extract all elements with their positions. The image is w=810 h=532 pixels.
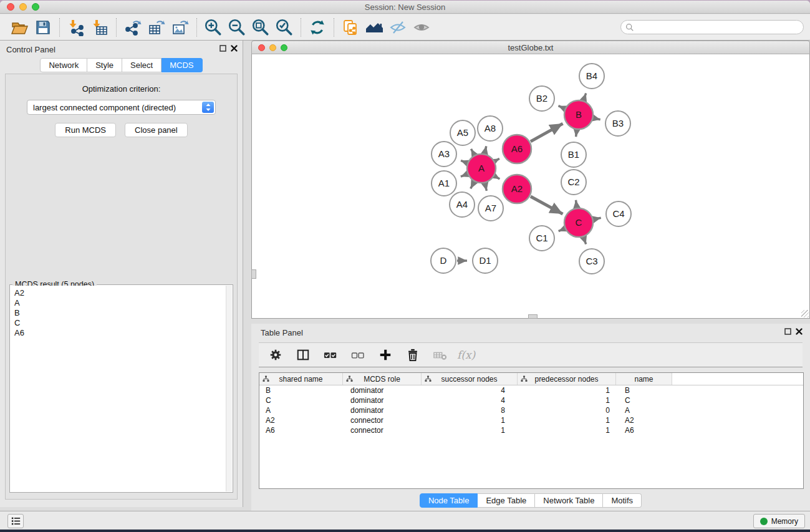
run-mcds-button[interactable]: Run MCDS <box>55 123 116 137</box>
columns-icon <box>296 348 310 362</box>
network-graph[interactable]: B4B2BB3A8A5A6A3B1AC2A1A2A4A7C4CC1C3DD1 <box>252 54 809 317</box>
tab-mcds[interactable]: MCDS <box>162 58 202 72</box>
refresh-button[interactable] <box>306 17 329 38</box>
graph-edge-C-C3[interactable] <box>584 238 586 244</box>
column-header[interactable]: MCDS role <box>343 373 422 385</box>
zoom-selected-icon <box>275 18 294 37</box>
close-window-button[interactable] <box>7 3 14 11</box>
tab-style[interactable]: Style <box>87 58 122 72</box>
mcds-result-item[interactable]: C <box>14 318 222 328</box>
network-window-titlebar[interactable]: testGlobe.txt <box>251 41 810 54</box>
graph-edge-A-A7[interactable] <box>485 183 487 191</box>
select-all-rows-button[interactable] <box>320 345 341 365</box>
search-field[interactable] <box>620 20 804 34</box>
graph-edge-A2-C[interactable] <box>531 196 563 214</box>
close-network-button[interactable] <box>258 44 265 51</box>
graph-edge-A-A8[interactable] <box>485 146 486 153</box>
graph-edge-C-C1[interactable] <box>559 229 564 231</box>
table-row[interactable]: Adominator80A <box>259 405 803 415</box>
hierarchy-icon <box>521 375 528 382</box>
eye-icon <box>413 19 430 36</box>
graph-edge-B-B2[interactable] <box>559 106 565 109</box>
optimization-criterion-dropdown[interactable]: largest connected component (directed) <box>27 100 216 115</box>
graph-edge-B-B4[interactable] <box>584 94 586 100</box>
tab-motifs[interactable]: Motifs <box>603 493 642 508</box>
graph-edge-B-B3[interactable] <box>594 118 600 119</box>
zoom-fit-icon <box>251 18 270 37</box>
memory-button[interactable]: Memory <box>753 514 805 528</box>
graph-edge-B-B1[interactable] <box>576 130 577 137</box>
maximize-window-button[interactable] <box>32 3 39 11</box>
column-header[interactable]: successor nodes <box>422 373 518 385</box>
graph-edge-C-C2[interactable] <box>576 200 577 207</box>
float-panel-button[interactable] <box>219 45 226 52</box>
table-row[interactable]: A6connector11A6 <box>259 425 803 435</box>
graph-edge-C-C4[interactable] <box>594 218 600 220</box>
mcds-result-item[interactable]: A <box>14 298 222 308</box>
column-header[interactable]: predecessor nodes <box>518 373 616 385</box>
mcds-result-item[interactable]: B <box>14 308 222 318</box>
close-panel-button[interactable] <box>231 45 238 52</box>
mcds-result-item[interactable]: A2 <box>14 288 222 298</box>
export-image-button[interactable] <box>168 17 192 38</box>
export-table-button[interactable] <box>145 17 168 38</box>
close-table-panel-button[interactable] <box>796 328 803 335</box>
resize-grip[interactable] <box>801 310 809 317</box>
minimize-window-button[interactable] <box>19 3 27 11</box>
delete-table-button[interactable] <box>430 345 451 365</box>
table-cell: A <box>259 406 343 415</box>
birdseye-handle-bottom[interactable] <box>528 314 538 319</box>
export-network-button[interactable] <box>121 17 145 38</box>
mcds-result-list[interactable]: A2ABCA6 <box>11 286 226 491</box>
show-column-panel-button[interactable] <box>292 345 314 365</box>
graph-edge-A-A5[interactable] <box>471 149 475 155</box>
deselect-all-rows-button[interactable] <box>347 345 369 365</box>
tab-network[interactable]: Network <box>40 58 87 72</box>
tab-network-table[interactable]: Network Table <box>535 493 603 508</box>
home-view-button[interactable] <box>362 17 386 38</box>
tab-select[interactable]: Select <box>122 58 162 72</box>
node-table[interactable]: shared nameMCDS rolesuccessor nodesprede… <box>259 372 804 489</box>
add-column-button[interactable] <box>375 345 396 365</box>
maximize-network-button[interactable] <box>281 44 287 51</box>
search-input[interactable] <box>637 23 803 32</box>
zoom-fit-button[interactable] <box>249 17 272 38</box>
zoom-in-button[interactable] <box>201 17 225 38</box>
main-toolbar <box>0 14 810 41</box>
zoom-selected-button[interactable] <box>272 17 296 38</box>
function-builder-button[interactable]: f(x) <box>457 349 475 361</box>
birdseye-handle-left[interactable] <box>251 269 256 279</box>
tab-node-table[interactable]: Node Table <box>420 493 478 508</box>
mcds-result-item[interactable]: A6 <box>14 328 222 338</box>
close-panel-action-button[interactable]: Close panel <box>125 123 188 137</box>
network-canvas[interactable]: B4B2BB3A8A5A6A3B1AC2A1A2A4A7C4CC1C3DD1 <box>251 54 810 319</box>
minimize-network-button[interactable] <box>269 44 276 51</box>
home-icon <box>365 19 383 36</box>
import-network-button[interactable] <box>64 17 88 38</box>
save-session-button[interactable] <box>31 17 55 38</box>
open-session-button[interactable] <box>7 17 31 38</box>
paste-network-button[interactable] <box>339 17 362 38</box>
graph-edge-A-A4[interactable] <box>471 182 475 188</box>
result-list-scrollbar[interactable] <box>226 286 232 491</box>
graph-edge-A-A6[interactable] <box>495 158 499 161</box>
delete-column-button[interactable] <box>402 345 423 365</box>
graph-edge-A-A3[interactable] <box>461 160 467 163</box>
float-table-panel-button[interactable] <box>784 328 791 335</box>
table-row[interactable]: Bdominator41B <box>259 385 803 395</box>
graph-edge-A6-B[interactable] <box>531 123 563 142</box>
hide-selected-button[interactable] <box>386 17 410 38</box>
column-header[interactable]: name <box>616 373 672 385</box>
table-row[interactable]: A2connector11A2 <box>259 415 803 425</box>
zoom-out-button[interactable] <box>225 17 249 38</box>
graph-edge-A-A2[interactable] <box>495 177 500 180</box>
task-history-button[interactable] <box>7 514 24 528</box>
show-all-button[interactable] <box>410 17 433 38</box>
graph-edge-A-A1[interactable] <box>461 174 467 177</box>
workspace: Control Panel Netw <box>0 41 810 511</box>
tab-edge-table[interactable]: Edge Table <box>478 493 535 508</box>
column-header[interactable]: shared name <box>259 373 343 385</box>
table-settings-button[interactable] <box>265 345 286 365</box>
import-table-button[interactable] <box>88 17 112 38</box>
table-row[interactable]: Cdominator41C <box>259 395 803 405</box>
